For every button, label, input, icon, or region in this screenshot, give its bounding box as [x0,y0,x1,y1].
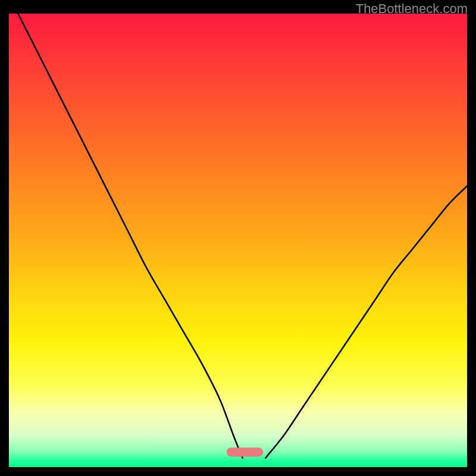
bottleneck-chart [9,14,467,467]
chart-background-gradient [9,14,467,467]
chart-frame [9,14,467,467]
watermark-text: TheBottleneck.com [356,1,468,17]
optimal-marker [227,447,264,456]
